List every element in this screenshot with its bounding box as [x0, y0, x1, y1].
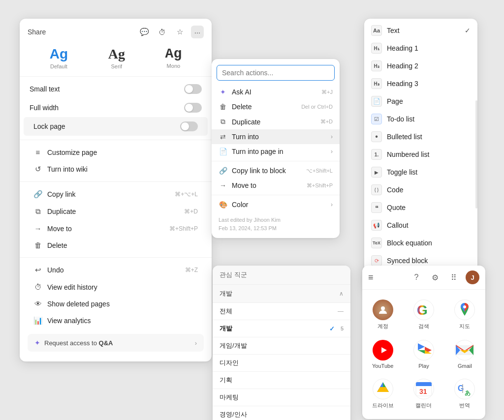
bl-row-mgmt[interactable]: 경영/인사	[213, 406, 350, 420]
ask-ai-label: Ask AI	[232, 88, 252, 96]
ask-ai-icon: ✦	[219, 88, 227, 96]
app-youtube[interactable]: YouTube	[362, 335, 403, 374]
submenu-heading1[interactable]: H₁ Heading 1	[364, 39, 477, 57]
bl-row-design[interactable]: 디자인	[213, 355, 350, 372]
action-turn-into[interactable]: ⇄ Turn into ›	[212, 129, 340, 144]
action-duplicate[interactable]: ⧉ Duplicate ⌘+D	[212, 114, 340, 129]
bl-all-label: 전체	[220, 307, 232, 316]
menu-undo[interactable]: ↩ Undo ⌘+Z	[24, 262, 208, 278]
turn-into-wiki-label: Turn into wiki	[47, 165, 88, 173]
drive-label: 드라이브	[372, 402, 394, 409]
font-serif-sub: Serif	[111, 63, 123, 69]
menu-turn-into-wiki[interactable]: ↺ Turn into wiki	[24, 161, 208, 178]
bl-row-all[interactable]: 전체 —	[213, 303, 350, 320]
submenu-heading3-label: Heading 3	[387, 80, 418, 88]
full-width-toggle[interactable]	[184, 103, 202, 113]
app-gmail[interactable]: Gmail	[444, 335, 485, 374]
youtube-icon	[373, 340, 393, 360]
turn-into-page-arrow-icon: ›	[331, 148, 333, 155]
bl-row-dev[interactable]: 개발 ✓ 5	[213, 320, 350, 337]
avatar[interactable]: J	[466, 270, 479, 284]
app-translate[interactable]: G あ 번역	[444, 374, 485, 414]
submenu-todo[interactable]: ☑ To-do list	[364, 110, 477, 128]
bl-row-game[interactable]: 게임/개발	[213, 337, 350, 355]
toggle-small-text[interactable]: Small text	[20, 80, 212, 98]
toggle-lock-page[interactable]: Lock page	[24, 117, 208, 136]
calendar-label: 캘린더	[415, 402, 432, 409]
move-to-shortcut: ⌘+Shift+P	[169, 225, 198, 232]
submenu-block-eq[interactable]: TeX Block equation	[364, 234, 477, 252]
apps-icon[interactable]: ⠿	[447, 270, 461, 284]
bl-marketing-label: 마케팅	[220, 393, 239, 402]
font-default[interactable]: Ag Default	[50, 46, 68, 69]
comment-icon[interactable]: 💬	[138, 26, 151, 38]
clock-icon[interactable]: ⏱	[156, 26, 168, 38]
small-text-toggle[interactable]	[184, 84, 202, 94]
app-maps[interactable]: 지도	[444, 295, 485, 335]
help-icon[interactable]: ?	[410, 270, 423, 284]
menu-customize-page[interactable]: ≡ Customize page	[24, 144, 208, 160]
block-eq-icon: TeX	[371, 238, 382, 248]
submenu-callout[interactable]: 📢 Callout	[364, 216, 477, 234]
app-account[interactable]: 계정	[362, 295, 403, 335]
lock-page-toggle[interactable]	[180, 121, 198, 131]
submenu-numbered[interactable]: 1. Numbered list	[364, 146, 477, 163]
action-copy-link[interactable]: 🔗 Copy link to block ⌥+Shift+L	[212, 163, 340, 178]
svg-marker-4	[381, 347, 387, 353]
show-deleted-icon: 👁	[33, 300, 42, 308]
submenu-heading2[interactable]: H₂ Heading 2	[364, 57, 477, 75]
action-ask-ai[interactable]: ✦ Ask AI ⌘+J	[212, 85, 340, 99]
submenu-numbered-label: Numbered list	[387, 150, 429, 158]
maps-label: 지도	[459, 323, 470, 330]
bl-dev-label: 개발	[220, 324, 232, 333]
turn-into-icon: ⇄	[219, 133, 227, 141]
action-turn-into-label: Turn into	[232, 133, 259, 141]
submenu-text[interactable]: Aa Text ✓	[364, 22, 477, 39]
menu-show-deleted[interactable]: 👁 Show deleted pages	[24, 296, 208, 312]
menu-duplicate[interactable]: ⧉ Duplicate ⌘+D	[24, 203, 208, 220]
submenu-page[interactable]: 📄 Page	[364, 92, 477, 110]
submenu-synced-block-label: Synced block	[387, 257, 428, 265]
menu-view-edit-history[interactable]: ⏱ View edit history	[24, 279, 208, 295]
google-apps-panel: ≡ ? ⚙ ⠿ J 계정 G G	[362, 266, 485, 419]
heading3-icon: H₃	[371, 78, 382, 89]
font-mono[interactable]: Ag Mono	[165, 46, 182, 69]
submenu-bulleted[interactable]: • Bulleted list	[364, 128, 477, 146]
submenu-toggle[interactable]: ▶ Toggle list	[364, 163, 477, 181]
undo-label: Undo	[47, 266, 63, 274]
app-play[interactable]: Play	[403, 335, 444, 374]
svg-point-3	[463, 305, 466, 308]
action-delete[interactable]: 🗑 Delete Del or Ctrl+D	[212, 99, 340, 114]
menu-copy-link[interactable]: 🔗 Copy link ⌘+⌥+L	[24, 186, 208, 203]
bl-row-plan[interactable]: 기획	[213, 372, 350, 389]
toggle-full-width[interactable]: Full width	[20, 98, 212, 117]
youtube-label: YouTube	[372, 363, 393, 369]
star-icon[interactable]: ☆	[173, 26, 186, 38]
menu-view-analytics[interactable]: 📊 View analytics	[24, 312, 208, 329]
submenu-code[interactable]: { } Code	[364, 181, 477, 199]
app-drive[interactable]: 드라이브	[362, 374, 403, 414]
lock-page-label: Lock page	[33, 122, 65, 130]
search-app-icon: G G	[413, 300, 434, 320]
action-move-to[interactable]: → Move to ⌘+Shift+P	[212, 178, 340, 193]
action-turn-into-page[interactable]: 📄 Turn into page in ›	[212, 144, 340, 159]
app-search[interactable]: G G 검색	[403, 295, 444, 335]
action-delete-icon: 🗑	[219, 103, 227, 111]
search-input[interactable]	[217, 65, 335, 81]
settings-icon[interactable]: ⚙	[428, 270, 442, 284]
bl-row-marketing[interactable]: 마케팅	[213, 389, 350, 406]
submenu-heading3[interactable]: H₃ Heading 3	[364, 75, 477, 92]
action-color[interactable]: 🎨 Color ›	[212, 197, 340, 212]
submenu-block-eq-label: Block equation	[387, 239, 432, 247]
more-icon[interactable]: ···	[191, 26, 204, 38]
font-serif[interactable]: Ag Serif	[108, 46, 125, 69]
request-access-bar[interactable]: ✦ Request access to Q&A ›	[28, 334, 204, 352]
action-color-icon: 🎨	[219, 201, 227, 209]
bl-section[interactable]: 개발 ∧	[213, 285, 350, 303]
menu-delete[interactable]: 🗑 Delete	[24, 237, 208, 253]
submenu-quote[interactable]: ❝ Quote	[364, 199, 477, 216]
turn-into-submenu-panel: Aa Text ✓ H₁ Heading 1 H₂ Heading 2 H₃ H…	[364, 19, 477, 290]
menu-move-to[interactable]: → Move to ⌘+Shift+P	[24, 220, 208, 237]
page-icon: 📄	[371, 96, 382, 107]
app-calendar[interactable]: 31 캘린더	[403, 374, 444, 414]
